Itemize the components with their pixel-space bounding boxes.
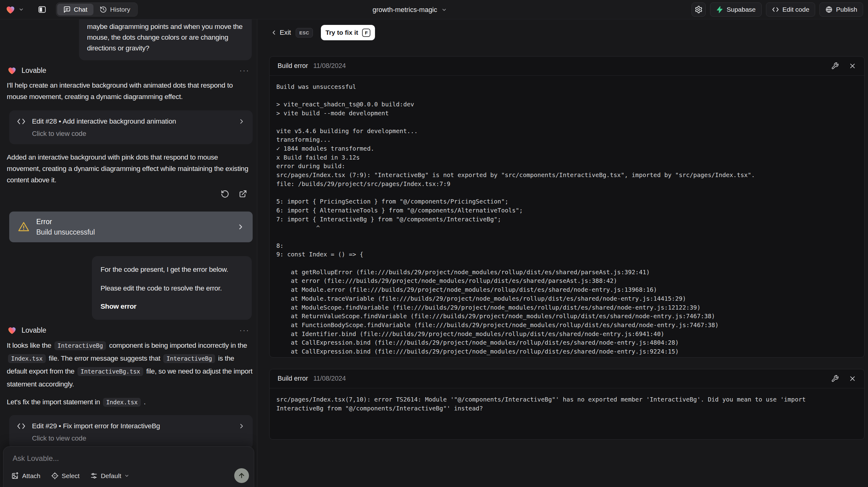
build-error-date: 11/08/2024: [313, 375, 346, 383]
open-preview-button[interactable]: [237, 188, 249, 200]
build-error-header: Build error 11/08/2024: [270, 369, 864, 388]
build-error-log: Build was unsuccessful > vite_react_shad…: [270, 75, 864, 358]
more-menu-icon[interactable]: ···: [240, 66, 250, 75]
code-brackets-icon: [772, 6, 779, 13]
edit-28-subtitle: Click to view code: [32, 130, 245, 138]
chevron-down-icon: [19, 7, 24, 12]
send-button[interactable]: [234, 468, 249, 483]
lovable-heart-icon: [7, 65, 17, 75]
lovable-heart-icon: [5, 4, 16, 15]
topbar: Chat History growth-metrics-magic Supaba…: [0, 0, 868, 19]
build-error-date: 11/08/2024: [313, 62, 346, 70]
chevron-right-icon: [238, 118, 245, 125]
show-error-link[interactable]: Show error: [100, 301, 243, 312]
user-message-line: Please edit the code to resolve the erro…: [100, 283, 243, 294]
close-icon[interactable]: [849, 62, 856, 70]
lovable-heart-icon: [7, 325, 17, 335]
edit-code-label: Edit code: [782, 6, 810, 13]
edit-29-subtitle: Click to view code: [32, 434, 245, 443]
edit-28-card[interactable]: Edit #28 • Add interactive background an…: [9, 110, 253, 144]
edit-29-title: Edit #29 • Fix import error for Interact…: [32, 422, 232, 430]
target-icon: [51, 472, 59, 480]
project-name: growth-metrics-magic: [373, 6, 437, 14]
composer-toolbar: Attach Select Default: [11, 472, 129, 480]
project-switcher[interactable]: growth-metrics-magic: [373, 0, 447, 19]
assistant-name: Lovable: [22, 326, 46, 335]
f-key-badge: F: [362, 29, 370, 37]
chat-input[interactable]: [12, 454, 228, 463]
build-error-title: Build error: [278, 62, 308, 70]
publish-label: Publish: [836, 6, 857, 13]
chevron-left-icon[interactable]: [271, 29, 277, 36]
panel-left-icon: [37, 5, 47, 14]
build-error-card-1: Build error 11/08/2024 Build was unsucce…: [269, 56, 865, 358]
select-button[interactable]: Select: [51, 472, 80, 480]
chevron-right-icon: [237, 223, 245, 231]
chat-history-tabs: Chat History: [56, 2, 138, 17]
error-card-title: Error: [36, 218, 95, 226]
mode-label: Default: [101, 472, 121, 480]
wrench-icon[interactable]: [831, 62, 839, 70]
wrench-icon[interactable]: [831, 375, 839, 383]
build-error-actions: [831, 62, 856, 70]
assistant-message-text: Let's fix the import statement in Index.…: [7, 396, 253, 408]
user-message: For the code present, I get the error be…: [92, 256, 252, 320]
rotate-ccw-icon: [221, 190, 229, 198]
esc-key-badge: ESC: [296, 28, 313, 37]
close-icon[interactable]: [849, 375, 856, 383]
topbar-actions: Supabase Edit code Publish: [691, 2, 863, 17]
build-error-title: Build error: [278, 375, 308, 383]
assistant-message-text: It looks like the InteractiveBg componen…: [7, 339, 253, 390]
supabase-label: Supabase: [726, 6, 756, 13]
assistant-message-header: Lovable ···: [7, 65, 250, 75]
attach-button[interactable]: Attach: [11, 472, 40, 480]
user-message: maybe diagramming points and when you mo…: [79, 19, 252, 60]
mode-dropdown[interactable]: Default: [90, 472, 130, 480]
assistant-message-text: I'll help create an interactive backgrou…: [7, 80, 253, 102]
supabase-bolt-icon: [716, 6, 723, 13]
user-message-text: maybe diagramming points and when you mo…: [87, 23, 243, 52]
user-message-line: For the code present, I get the error be…: [100, 264, 243, 275]
chat-sidebar: maybe diagramming points and when you mo…: [0, 19, 257, 487]
edit-29-card[interactable]: Edit #29 • Fix import error for Interact…: [9, 415, 253, 449]
build-error-body: Build was unsuccessful > vite_react_shad…: [270, 75, 864, 358]
chat-bubble-icon: [63, 6, 71, 13]
attach-image-icon: [11, 472, 19, 480]
error-card-subtitle: Build unsuccessful: [36, 228, 95, 237]
error-panel-header: Exit ESC Try to fix it F: [257, 19, 868, 41]
attach-label: Attach: [22, 472, 40, 480]
message-actions: [219, 188, 249, 200]
arrow-up-icon: [238, 472, 245, 479]
restore-button[interactable]: [219, 188, 231, 200]
assistant-message-header: Lovable ···: [7, 325, 250, 335]
try-to-fix-label: Try to fix it: [326, 29, 358, 36]
select-label: Select: [62, 472, 80, 480]
sidebar-toggle-button[interactable]: [35, 2, 49, 17]
edit-code-button[interactable]: Edit code: [766, 2, 815, 17]
build-error-log: src/pages/Index.tsx(7,10): error TS2614:…: [270, 388, 864, 420]
code-brackets-icon: [17, 117, 26, 126]
publish-button[interactable]: Publish: [819, 2, 863, 17]
error-card[interactable]: Error Build unsuccessful: [9, 212, 253, 242]
exit-button[interactable]: Exit: [280, 29, 291, 37]
tab-chat[interactable]: Chat: [57, 4, 93, 16]
build-error-header: Build error 11/08/2024: [270, 57, 864, 75]
error-panel: Exit ESC Try to fix it F Build error 11/…: [257, 19, 868, 487]
settings-button[interactable]: [691, 2, 706, 17]
lovable-logo-menu[interactable]: [5, 4, 24, 15]
tab-history[interactable]: History: [93, 4, 136, 16]
gear-icon: [695, 5, 703, 13]
lovable-app: Chat History growth-metrics-magic Supaba…: [0, 0, 868, 487]
build-error-body: src/pages/Index.tsx(7,10): error TS2614:…: [270, 388, 864, 420]
build-error-actions: [831, 375, 856, 383]
globe-icon: [825, 6, 833, 13]
build-error-card-2: Build error 11/08/2024 src/pages/Index.t…: [269, 369, 865, 440]
external-link-icon: [239, 190, 247, 198]
warning-triangle-icon: [17, 221, 30, 233]
chevron-down-icon: [124, 473, 129, 478]
composer: Attach Select Default: [3, 447, 254, 487]
sliders-icon: [90, 472, 98, 480]
more-menu-icon[interactable]: ···: [240, 326, 250, 335]
supabase-button[interactable]: Supabase: [710, 2, 762, 17]
try-to-fix-button[interactable]: Try to fix it F: [321, 25, 375, 40]
